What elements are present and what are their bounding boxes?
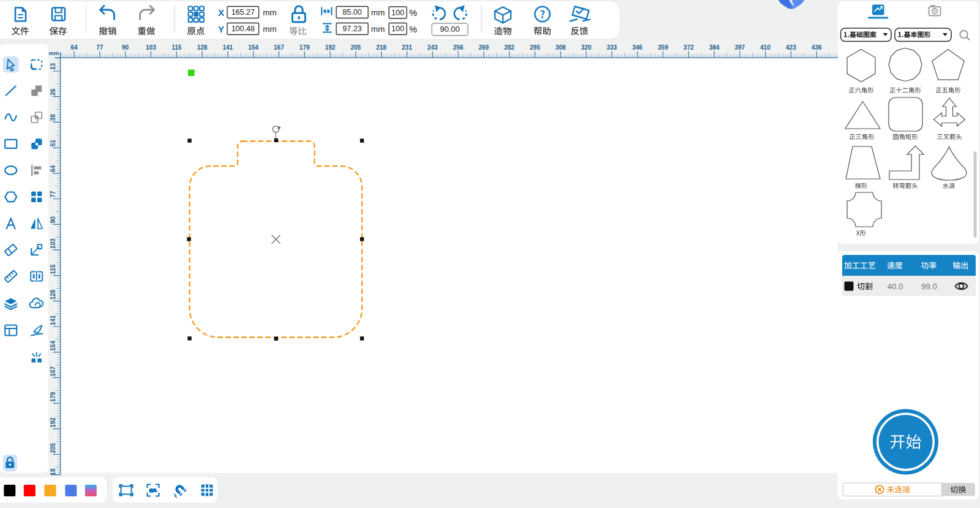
svg-text:397: 397 <box>734 44 745 51</box>
svg-text:192: 192 <box>50 417 56 428</box>
svg-text:205: 205 <box>50 442 56 453</box>
svg-text:165.27: 165.27 <box>232 8 255 17</box>
svg-text:100.48: 100.48 <box>232 25 255 33</box>
svg-text:269: 269 <box>478 44 489 51</box>
svg-text:128: 128 <box>197 44 208 51</box>
svg-text:%: % <box>409 8 417 18</box>
svg-text:77: 77 <box>50 191 56 198</box>
svg-text:346: 346 <box>632 44 643 51</box>
svg-text:99.0: 99.0 <box>921 282 937 291</box>
svg-text:103: 103 <box>146 44 156 51</box>
svg-text:308: 308 <box>556 44 566 51</box>
svg-text:115: 115 <box>172 44 182 51</box>
svg-text:410: 410 <box>760 44 771 51</box>
svg-text:mm: mm <box>263 25 277 34</box>
svg-text:320: 320 <box>581 44 592 51</box>
svg-text:mm: mm <box>49 50 59 56</box>
svg-text:179: 179 <box>300 44 310 51</box>
svg-text:100: 100 <box>391 25 404 33</box>
svg-text:192: 192 <box>325 44 336 51</box>
svg-text:359: 359 <box>658 44 668 51</box>
svg-text:64: 64 <box>70 44 78 51</box>
svg-text:38: 38 <box>50 114 56 121</box>
svg-text:205: 205 <box>350 44 361 51</box>
svg-text:141: 141 <box>50 315 56 325</box>
svg-text:154: 154 <box>50 341 56 351</box>
svg-text:90: 90 <box>122 44 129 51</box>
svg-text:436: 436 <box>812 44 822 51</box>
svg-text:40.0: 40.0 <box>888 282 903 291</box>
svg-text:141: 141 <box>222 44 233 51</box>
svg-text:97.23: 97.23 <box>342 25 361 33</box>
svg-text:179: 179 <box>50 392 56 402</box>
svg-text:64: 64 <box>50 165 56 172</box>
svg-text:423: 423 <box>786 44 796 51</box>
svg-text:mm: mm <box>371 8 385 17</box>
svg-text:256: 256 <box>453 44 464 51</box>
svg-text:51: 51 <box>50 140 56 147</box>
svg-text:115: 115 <box>50 264 56 275</box>
svg-text:243: 243 <box>428 44 438 51</box>
svg-text:100: 100 <box>391 9 404 17</box>
svg-text:231: 231 <box>402 44 412 51</box>
svg-text:26: 26 <box>50 88 56 96</box>
svg-text:154: 154 <box>248 44 258 51</box>
svg-text:85.00: 85.00 <box>342 8 361 17</box>
svg-text:128: 128 <box>50 289 56 300</box>
svg-text:mm: mm <box>371 25 385 34</box>
svg-text:13: 13 <box>50 63 56 70</box>
svg-text:103: 103 <box>50 238 56 249</box>
svg-text:282: 282 <box>504 44 514 51</box>
svg-text:372: 372 <box>684 44 694 51</box>
svg-text:%: % <box>409 25 417 34</box>
svg-text:384: 384 <box>709 44 720 51</box>
svg-text:167: 167 <box>50 366 56 376</box>
svg-text:295: 295 <box>530 44 540 51</box>
svg-text:Y: Y <box>218 24 224 34</box>
svg-text:mm: mm <box>263 8 277 17</box>
svg-text:X: X <box>218 7 224 18</box>
svg-text:333: 333 <box>606 44 617 51</box>
svg-text:218: 218 <box>376 44 386 51</box>
svg-text:90: 90 <box>50 216 56 224</box>
svg-text:167: 167 <box>274 44 284 51</box>
svg-text:77: 77 <box>96 44 104 51</box>
svg-text:90.00: 90.00 <box>440 25 460 34</box>
